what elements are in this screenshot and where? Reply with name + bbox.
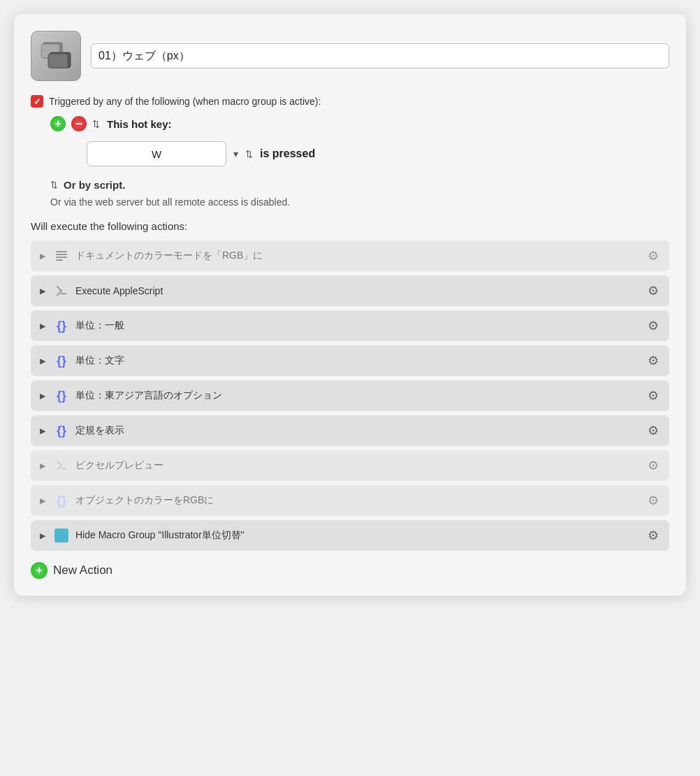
action-icon-script-disabled: [53, 457, 70, 474]
add-trigger-button[interactable]: [50, 116, 66, 131]
action-row: ▶ ピクセルプレビュー ⚙: [31, 450, 669, 481]
action-row: ▶ {} 単位：東アジア言語のオプション ⚙: [31, 380, 669, 411]
actions-list: ▶ ドキュメントのカラーモードを「RGB」に ⚙ ▶ Exe: [31, 240, 669, 551]
hotkey-label: This hot key:: [107, 118, 172, 130]
or-web-text: Or via the web server but all remote acc…: [50, 196, 669, 208]
action-label: ピクセルプレビュー: [75, 459, 639, 472]
gear-icon[interactable]: ⚙: [644, 526, 662, 545]
action-icon-curly: {}: [53, 387, 70, 404]
svg-rect-6: [56, 257, 67, 258]
new-action-row: New Action: [31, 562, 669, 579]
remove-trigger-button[interactable]: [71, 116, 87, 131]
svg-rect-5: [56, 254, 67, 255]
action-label: ドキュメントのカラーモードを「RGB」に: [75, 250, 639, 262]
action-icon-list: [53, 247, 70, 264]
main-container: Triggered by any of the following (when …: [14, 14, 686, 596]
header-row: [31, 31, 669, 81]
action-label: 単位：一般: [75, 319, 639, 332]
expand-icon[interactable]: ▶: [38, 321, 48, 331]
action-row: ▶ Execute AppleScript ⚙: [31, 275, 669, 306]
trigger-label: Triggered by any of the following (when …: [49, 96, 321, 107]
will-execute-label: Will execute the following actions:: [31, 220, 669, 232]
action-row: ▶ ドキュメントのカラーモードを「RGB」に ⚙: [31, 240, 669, 271]
script-updown-icon: ⇅: [50, 180, 58, 190]
gear-icon[interactable]: ⚙: [644, 387, 662, 405]
gear-icon[interactable]: ⚙: [644, 317, 662, 335]
trigger-checkbox[interactable]: [31, 95, 43, 108]
macro-icon: [31, 31, 81, 81]
svg-rect-3: [48, 54, 68, 68]
action-icon-curly-disabled: {}: [53, 492, 70, 509]
macro-name-input[interactable]: [91, 43, 669, 69]
hotkey-row: ⇅ This hot key:: [50, 116, 669, 131]
svg-rect-7: [56, 259, 63, 261]
action-row: ▶ {} 単位：文字 ⚙: [31, 345, 669, 376]
action-icon-curly: {}: [53, 317, 70, 334]
action-label: Hide Macro Group "Illustrator単位切替": [75, 529, 639, 542]
action-label: Execute AppleScript: [75, 285, 639, 296]
expand-icon[interactable]: ▶: [38, 251, 48, 261]
action-icon-hide: [53, 527, 70, 544]
dropdown-arrow-icon[interactable]: ▾: [233, 148, 238, 159]
action-label: オブジェクトのカラーをRGBに: [75, 494, 639, 507]
action-row: ▶ {} 単位：一般 ⚙: [31, 310, 669, 341]
updown-arrows-icon: ⇅: [92, 119, 100, 129]
gear-icon[interactable]: ⚙: [644, 457, 662, 475]
key-input-row: W ▾ ⇅ is pressed: [87, 141, 669, 166]
new-action-button[interactable]: [31, 562, 48, 579]
gear-icon[interactable]: ⚙: [644, 282, 662, 300]
action-row: ▶ {} 定規を表示 ⚙: [31, 415, 669, 446]
expand-icon[interactable]: ▶: [38, 426, 48, 436]
key-input-box[interactable]: W: [87, 141, 226, 166]
is-pressed-updown-icon: ⇅: [245, 149, 253, 159]
expand-icon[interactable]: ▶: [38, 286, 48, 296]
action-label: 定規を表示: [75, 424, 639, 437]
expand-icon[interactable]: ▶: [38, 461, 48, 470]
action-label: 単位：東アジア言語のオプション: [75, 389, 639, 402]
action-row: ▶ {} オブジェクトのカラーをRGBに ⚙: [31, 485, 669, 516]
action-icon-applescript: [53, 282, 70, 299]
action-icon-curly: {}: [53, 422, 70, 439]
expand-icon[interactable]: ▶: [38, 496, 48, 505]
gear-icon[interactable]: ⚙: [644, 352, 662, 370]
expand-icon[interactable]: ▶: [38, 356, 48, 366]
or-script-row: ⇅ Or by script.: [50, 179, 669, 191]
expand-icon[interactable]: ▶: [38, 391, 48, 401]
trigger-section: Triggered by any of the following (when …: [31, 95, 669, 208]
gear-icon[interactable]: ⚙: [644, 422, 662, 440]
expand-icon[interactable]: ▶: [38, 531, 48, 540]
action-icon-curly: {}: [53, 352, 70, 369]
or-script-text: Or by script.: [64, 179, 125, 191]
new-action-label[interactable]: New Action: [53, 563, 112, 577]
is-pressed-text: is pressed: [260, 148, 315, 160]
action-label: 単位：文字: [75, 354, 639, 367]
svg-rect-4: [56, 251, 67, 252]
gear-icon[interactable]: ⚙: [644, 491, 662, 510]
action-row: ▶ Hide Macro Group "Illustrator単位切替" ⚙: [31, 520, 669, 551]
gear-icon[interactable]: ⚙: [644, 247, 662, 265]
trigger-header: Triggered by any of the following (when …: [31, 95, 669, 108]
